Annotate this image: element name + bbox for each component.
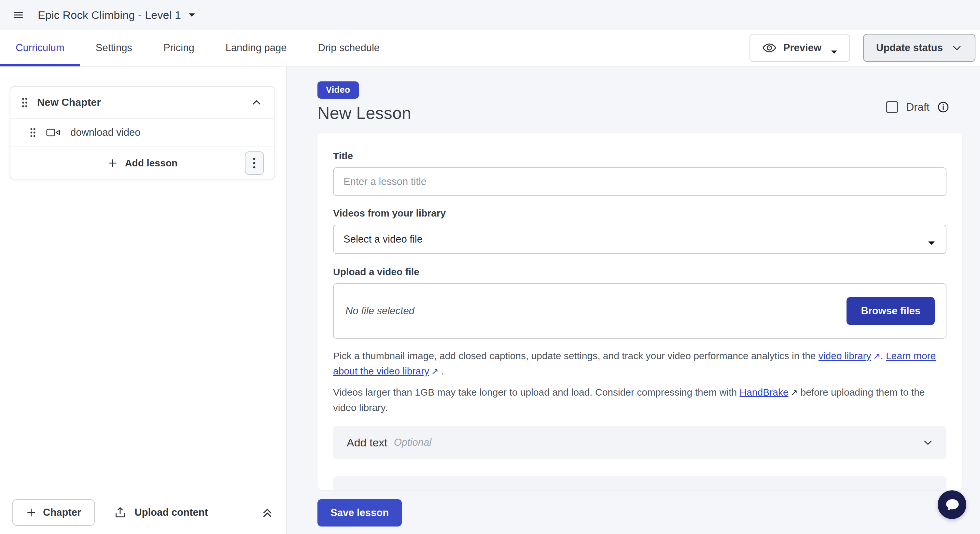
upload-field-label: Upload a video file xyxy=(333,266,947,277)
update-status-button[interactable]: Update status xyxy=(863,34,975,62)
add-chapter-button[interactable]: Chapter xyxy=(13,499,95,526)
chapter-title: New Chapter xyxy=(37,96,101,108)
kebab-menu-icon xyxy=(253,157,256,169)
sidebar-footer: Chapter Upload content xyxy=(0,491,286,534)
video-camera-icon xyxy=(46,127,60,138)
info-icon[interactable] xyxy=(937,101,949,113)
chat-bubble-icon xyxy=(943,496,961,513)
course-builder-app: Epic Rock Climbing - Level 1 Curriculum … xyxy=(0,0,980,534)
video-library-help-text: Pick a thumbnail image, add closed capti… xyxy=(333,348,947,379)
plus-icon xyxy=(107,158,118,168)
external-link-icon: ↗ xyxy=(429,367,439,377)
drag-handle-icon[interactable] xyxy=(29,127,37,138)
preview-label: Preview xyxy=(783,42,821,54)
add-text-title: Add text xyxy=(347,436,387,449)
help-text-part: Videos larger than 1GB may take longer t… xyxy=(333,387,740,397)
external-link-icon: ↗ xyxy=(789,388,798,397)
help-text-part: Pick a thumbnail image, add closed capti… xyxy=(333,350,819,361)
course-tab-bar: Curriculum Settings Pricing Landing page… xyxy=(0,30,980,67)
video-library-link[interactable]: video library xyxy=(819,350,871,361)
tab-landing-page[interactable]: Landing page xyxy=(210,30,302,66)
draft-label: Draft xyxy=(906,101,929,113)
library-field-label: Videos from your library xyxy=(333,208,947,219)
draft-checkbox[interactable] xyxy=(886,101,898,113)
chapter-footer: Add lesson xyxy=(10,146,274,179)
chevron-down-icon xyxy=(923,437,934,448)
caret-down-icon xyxy=(830,46,838,51)
chapter-header[interactable]: New Chapter xyxy=(10,87,274,118)
chevron-up-icon xyxy=(251,97,262,108)
collapse-all-button[interactable] xyxy=(261,506,274,519)
course-switcher[interactable]: Epic Rock Climbing - Level 1 xyxy=(38,9,195,22)
lesson-form-card: Title Videos from your library Select a … xyxy=(317,133,962,490)
caret-down-icon xyxy=(188,13,195,17)
upload-icon xyxy=(114,506,127,519)
lesson-type-badge: Video xyxy=(317,81,359,99)
tab-pricing[interactable]: Pricing xyxy=(148,30,210,66)
curriculum-sidebar: New Chapter download video xyxy=(0,67,287,534)
update-status-label: Update status xyxy=(876,42,943,54)
double-chevron-up-icon xyxy=(261,506,274,519)
hamburger-icon xyxy=(13,9,24,21)
compression-help-text: Videos larger than 1GB may take longer t… xyxy=(333,385,947,415)
drag-handle-icon[interactable] xyxy=(21,97,29,108)
tab-curriculum[interactable]: Curriculum xyxy=(0,30,80,66)
lesson-title-input[interactable] xyxy=(333,167,947,196)
caret-down-icon xyxy=(928,237,935,242)
chat-widget-button[interactable] xyxy=(938,490,966,519)
add-text-section[interactable]: Add text Optional xyxy=(333,426,947,459)
lesson-editor: Video New Lesson Draft Title Videos from… xyxy=(287,67,980,534)
course-title: Epic Rock Climbing - Level 1 xyxy=(38,9,181,22)
add-text-optional-hint: Optional xyxy=(394,437,431,448)
video-library-select-value: Select a video file xyxy=(344,234,423,245)
file-upload-dropzone[interactable]: No file selected Browse files xyxy=(333,283,947,339)
no-file-selected-text: No file selected xyxy=(345,305,414,317)
top-bar: Epic Rock Climbing - Level 1 xyxy=(0,0,980,30)
chapter-collapse-button[interactable] xyxy=(251,97,262,108)
save-lesson-button[interactable]: Save lesson xyxy=(317,499,402,526)
lesson-row-title: download video xyxy=(70,127,140,138)
external-link-icon: ↗ xyxy=(871,351,881,361)
tab-drip-schedule[interactable]: Drip schedule xyxy=(302,30,396,66)
handbrake-link[interactable]: HandBrake xyxy=(740,387,789,397)
add-chapter-label: Chapter xyxy=(43,507,81,518)
lesson-page-title: New Lesson xyxy=(317,103,411,123)
eye-icon xyxy=(762,40,777,56)
lesson-row[interactable]: download video xyxy=(10,118,274,146)
video-library-select[interactable]: Select a video file xyxy=(333,225,947,254)
preview-button[interactable]: Preview xyxy=(749,34,850,62)
tab-bar-actions: Preview Update status xyxy=(749,30,980,66)
help-text-part: . xyxy=(439,366,444,377)
draft-control: Draft xyxy=(886,101,949,113)
help-text-part: . xyxy=(880,350,886,361)
lesson-header: Video New Lesson xyxy=(317,81,411,123)
upload-content-label: Upload content xyxy=(134,507,208,518)
title-field-label: Title xyxy=(333,151,947,162)
tab-settings[interactable]: Settings xyxy=(80,30,148,66)
plus-icon xyxy=(26,507,37,518)
add-lesson-label: Add lesson xyxy=(125,157,178,168)
upload-content-button[interactable]: Upload content xyxy=(114,506,208,519)
add-lesson-button[interactable]: Add lesson xyxy=(107,157,178,168)
hamburger-menu-button[interactable] xyxy=(13,9,24,21)
chevron-down-icon xyxy=(951,42,963,53)
chapter-card: New Chapter download video xyxy=(10,86,275,180)
browse-files-button[interactable]: Browse files xyxy=(846,297,935,325)
add-downloads-section[interactable]: Add downloads Optional xyxy=(333,476,947,490)
chapter-options-button[interactable] xyxy=(245,151,264,175)
